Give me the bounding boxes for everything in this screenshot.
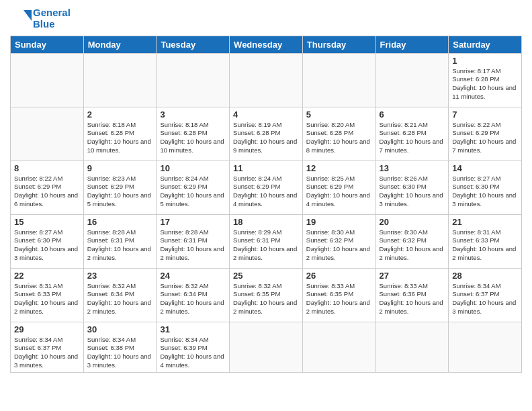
calendar-header-row: SundayMondayTuesdayWednesdayThursdayFrid… — [11, 36, 522, 53]
day-number: 25 — [233, 271, 299, 281]
day-info: Sunrise: 8:33 AMSunset: 6:35 PMDaylight:… — [306, 282, 372, 316]
logo-icon — [10, 7, 32, 29]
calendar-empty-cell — [230, 53, 303, 107]
calendar-week-row: 15Sunrise: 8:27 AMSunset: 6:30 PMDayligh… — [11, 214, 522, 268]
calendar-day-header: Sunday — [11, 36, 84, 53]
calendar-day-header: Saturday — [449, 36, 522, 53]
calendar-empty-cell — [302, 53, 375, 107]
day-number: 6 — [380, 109, 445, 120]
logo-blue: Blue — [33, 18, 71, 30]
calendar-day-cell: 10Sunrise: 8:24 AMSunset: 6:29 PMDayligh… — [157, 161, 230, 214]
day-info: Sunrise: 8:32 AMSunset: 6:35 PMDaylight:… — [233, 282, 299, 316]
calendar-day-header: Tuesday — [157, 36, 230, 53]
calendar-day-cell: 18Sunrise: 8:29 AMSunset: 6:31 PMDayligh… — [230, 214, 303, 268]
calendar-empty-cell — [449, 322, 522, 372]
day-info: Sunrise: 8:34 AMSunset: 6:38 PMDaylight:… — [87, 336, 153, 370]
calendar-week-row: 8Sunrise: 8:22 AMSunset: 6:29 PMDaylight… — [11, 161, 522, 214]
day-info: Sunrise: 8:28 AMSunset: 6:31 PMDaylight:… — [87, 228, 153, 263]
calendar-day-cell: 26Sunrise: 8:33 AMSunset: 6:35 PMDayligh… — [302, 268, 375, 322]
day-info: Sunrise: 8:32 AMSunset: 6:34 PMDaylight:… — [160, 282, 226, 316]
calendar-day-cell: 15Sunrise: 8:27 AMSunset: 6:30 PMDayligh… — [11, 214, 84, 268]
calendar-day-cell: 22Sunrise: 8:31 AMSunset: 6:33 PMDayligh… — [11, 268, 84, 322]
day-info: Sunrise: 8:30 AMSunset: 6:32 PMDaylight:… — [306, 228, 372, 263]
day-number: 29 — [14, 324, 80, 334]
day-info: Sunrise: 8:19 AMSunset: 6:28 PMDaylight:… — [233, 121, 299, 155]
day-info: Sunrise: 8:18 AMSunset: 6:28 PMDaylight:… — [87, 121, 153, 155]
calendar-empty-cell — [83, 53, 157, 107]
calendar-day-cell: 17Sunrise: 8:28 AMSunset: 6:31 PMDayligh… — [157, 214, 230, 268]
day-info: Sunrise: 8:34 AMSunset: 6:37 PMDaylight:… — [452, 282, 518, 316]
calendar-day-cell: 6Sunrise: 8:21 AMSunset: 6:28 PMDaylight… — [375, 107, 449, 161]
calendar-day-header: Thursday — [302, 36, 375, 53]
calendar-day-cell: 28Sunrise: 8:34 AMSunset: 6:37 PMDayligh… — [449, 268, 522, 322]
page-container: General Blue SundayMondayTuesdayWednesda… — [0, 0, 532, 411]
calendar-day-cell: 29Sunrise: 8:34 AMSunset: 6:37 PMDayligh… — [11, 322, 84, 372]
day-info: Sunrise: 8:27 AMSunset: 6:30 PMDaylight:… — [452, 175, 518, 209]
day-info: Sunrise: 8:31 AMSunset: 6:33 PMDaylight:… — [452, 228, 518, 263]
calendar-week-row: 29Sunrise: 8:34 AMSunset: 6:37 PMDayligh… — [11, 322, 522, 372]
calendar-day-header: Wednesday — [230, 36, 303, 53]
calendar-empty-cell — [11, 107, 84, 161]
calendar-day-cell: 23Sunrise: 8:32 AMSunset: 6:34 PMDayligh… — [83, 268, 157, 322]
calendar-day-cell: 21Sunrise: 8:31 AMSunset: 6:33 PMDayligh… — [449, 214, 522, 268]
day-info: Sunrise: 8:23 AMSunset: 6:29 PMDaylight:… — [87, 175, 153, 209]
calendar-day-cell: 19Sunrise: 8:30 AMSunset: 6:32 PMDayligh… — [302, 214, 375, 268]
day-info: Sunrise: 8:22 AMSunset: 6:29 PMDaylight:… — [14, 175, 80, 209]
calendar-day-cell: 8Sunrise: 8:22 AMSunset: 6:29 PMDaylight… — [11, 161, 84, 214]
day-info: Sunrise: 8:21 AMSunset: 6:28 PMDaylight:… — [380, 121, 445, 155]
day-info: Sunrise: 8:32 AMSunset: 6:34 PMDaylight:… — [87, 282, 153, 316]
day-number: 13 — [380, 163, 445, 173]
calendar-empty-cell — [375, 53, 449, 107]
day-number: 17 — [160, 217, 226, 227]
calendar-day-cell: 20Sunrise: 8:30 AMSunset: 6:32 PMDayligh… — [375, 214, 449, 268]
day-info: Sunrise: 8:20 AMSunset: 6:28 PMDaylight:… — [306, 121, 372, 155]
day-info: Sunrise: 8:28 AMSunset: 6:31 PMDaylight:… — [160, 228, 226, 263]
day-info: Sunrise: 8:22 AMSunset: 6:29 PMDaylight:… — [452, 121, 518, 155]
day-number: 14 — [452, 163, 518, 173]
calendar-day-cell: 2Sunrise: 8:18 AMSunset: 6:28 PMDaylight… — [83, 107, 157, 161]
calendar-week-row: 1Sunrise: 8:17 AMSunset: 6:28 PMDaylight… — [11, 53, 522, 107]
calendar-day-cell: 30Sunrise: 8:34 AMSunset: 6:38 PMDayligh… — [83, 322, 157, 372]
day-number: 18 — [233, 217, 299, 227]
calendar-day-header: Friday — [375, 36, 449, 53]
day-number: 3 — [160, 109, 226, 120]
day-info: Sunrise: 8:17 AMSunset: 6:28 PMDaylight:… — [452, 67, 518, 101]
day-number: 19 — [306, 217, 372, 227]
day-number: 16 — [87, 217, 153, 227]
day-number: 8 — [14, 163, 80, 173]
day-number: 15 — [14, 217, 80, 227]
day-number: 31 — [160, 324, 226, 334]
day-number: 7 — [452, 109, 518, 120]
calendar-day-cell: 24Sunrise: 8:32 AMSunset: 6:34 PMDayligh… — [157, 268, 230, 322]
header: General Blue — [10, 7, 522, 30]
calendar-week-row: 2Sunrise: 8:18 AMSunset: 6:28 PMDaylight… — [11, 107, 522, 161]
day-info: Sunrise: 8:24 AMSunset: 6:29 PMDaylight:… — [160, 175, 226, 209]
day-info: Sunrise: 8:34 AMSunset: 6:39 PMDaylight:… — [160, 336, 226, 370]
day-info: Sunrise: 8:26 AMSunset: 6:30 PMDaylight:… — [380, 175, 445, 209]
day-number: 30 — [87, 324, 153, 334]
day-number: 20 — [380, 217, 445, 227]
calendar-day-cell: 7Sunrise: 8:22 AMSunset: 6:29 PMDaylight… — [449, 107, 522, 161]
day-number: 27 — [380, 271, 445, 281]
calendar-day-cell: 12Sunrise: 8:25 AMSunset: 6:29 PMDayligh… — [302, 161, 375, 214]
calendar-empty-cell — [302, 322, 375, 372]
calendar-day-cell: 3Sunrise: 8:18 AMSunset: 6:28 PMDaylight… — [157, 107, 230, 161]
day-info: Sunrise: 8:18 AMSunset: 6:28 PMDaylight:… — [160, 121, 226, 155]
calendar-empty-cell — [11, 53, 84, 107]
day-info: Sunrise: 8:24 AMSunset: 6:29 PMDaylight:… — [233, 175, 299, 209]
day-info: Sunrise: 8:33 AMSunset: 6:36 PMDaylight:… — [380, 282, 445, 316]
calendar-day-cell: 31Sunrise: 8:34 AMSunset: 6:39 PMDayligh… — [157, 322, 230, 372]
calendar-day-cell: 13Sunrise: 8:26 AMSunset: 6:30 PMDayligh… — [375, 161, 449, 214]
logo-general: General — [33, 7, 71, 18]
day-number: 24 — [160, 271, 226, 281]
calendar-empty-cell — [230, 322, 303, 372]
day-number: 5 — [306, 109, 372, 120]
calendar-day-header: Monday — [83, 36, 157, 53]
day-number: 4 — [233, 109, 299, 120]
calendar-day-cell: 5Sunrise: 8:20 AMSunset: 6:28 PMDaylight… — [302, 107, 375, 161]
day-info: Sunrise: 8:27 AMSunset: 6:30 PMDaylight:… — [14, 228, 80, 263]
calendar-day-cell: 16Sunrise: 8:28 AMSunset: 6:31 PMDayligh… — [83, 214, 157, 268]
day-number: 22 — [14, 271, 80, 281]
day-info: Sunrise: 8:30 AMSunset: 6:32 PMDaylight:… — [380, 228, 445, 263]
day-number: 1 — [452, 56, 518, 66]
